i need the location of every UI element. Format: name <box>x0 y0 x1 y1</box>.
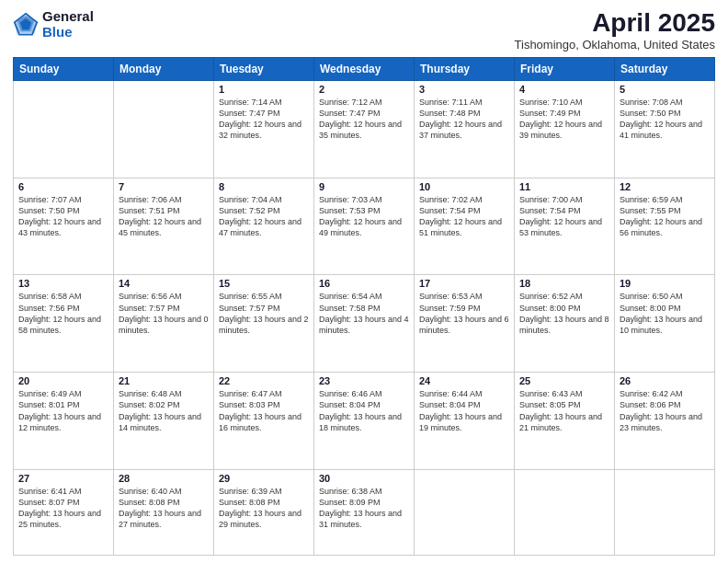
day-number: 19 <box>620 278 710 289</box>
day-info: Sunrise: 7:14 AM Sunset: 7:47 PM Dayligh… <box>219 97 309 142</box>
day-info: Sunrise: 6:52 AM Sunset: 8:00 PM Dayligh… <box>519 291 609 336</box>
calendar-cell: 21Sunrise: 6:48 AM Sunset: 8:02 PM Dayli… <box>114 373 214 470</box>
calendar-cell: 4Sunrise: 7:10 AM Sunset: 7:49 PM Daylig… <box>515 80 615 178</box>
day-info: Sunrise: 7:00 AM Sunset: 7:54 PM Dayligh… <box>519 194 609 239</box>
title-area: April 2025 Tishomingo, Oklahoma, United … <box>515 9 715 52</box>
day-info: Sunrise: 7:12 AM Sunset: 7:47 PM Dayligh… <box>319 97 409 142</box>
calendar-cell: 29Sunrise: 6:39 AM Sunset: 8:08 PM Dayli… <box>214 470 314 556</box>
day-info: Sunrise: 6:42 AM Sunset: 8:06 PM Dayligh… <box>620 388 710 433</box>
day-info: Sunrise: 6:44 AM Sunset: 8:04 PM Dayligh… <box>419 388 509 433</box>
location: Tishomingo, Oklahoma, United States <box>515 38 715 52</box>
day-number: 14 <box>119 278 209 289</box>
day-info: Sunrise: 6:40 AM Sunset: 8:08 PM Dayligh… <box>119 486 209 531</box>
day-info: Sunrise: 6:54 AM Sunset: 7:58 PM Dayligh… <box>319 291 409 336</box>
calendar-cell: 18Sunrise: 6:52 AM Sunset: 8:00 PM Dayli… <box>515 275 615 373</box>
calendar-cell: 26Sunrise: 6:42 AM Sunset: 8:06 PM Dayli… <box>615 373 715 470</box>
calendar-cell: 24Sunrise: 6:44 AM Sunset: 8:04 PM Dayli… <box>415 373 515 470</box>
day-number: 21 <box>119 375 209 386</box>
calendar-cell <box>515 470 615 556</box>
calendar-cell: 7Sunrise: 7:06 AM Sunset: 7:51 PM Daylig… <box>114 178 214 275</box>
day-info: Sunrise: 6:50 AM Sunset: 8:00 PM Dayligh… <box>620 291 710 336</box>
logo-general-text: General <box>42 9 94 25</box>
day-info: Sunrise: 7:04 AM Sunset: 7:52 PM Dayligh… <box>219 194 309 239</box>
day-number: 2 <box>319 84 409 95</box>
day-number: 30 <box>319 473 409 484</box>
day-number: 18 <box>519 278 609 289</box>
calendar-cell: 9Sunrise: 7:03 AM Sunset: 7:53 PM Daylig… <box>314 178 415 275</box>
day-number: 22 <box>219 375 309 386</box>
week-row-1: 1Sunrise: 7:14 AM Sunset: 7:47 PM Daylig… <box>14 80 715 178</box>
logo-text: General Blue <box>42 9 94 40</box>
weekday-header-monday: Monday <box>114 57 214 80</box>
day-number: 13 <box>18 278 108 289</box>
day-info: Sunrise: 6:38 AM Sunset: 8:09 PM Dayligh… <box>319 486 409 531</box>
day-number: 4 <box>519 84 609 95</box>
week-row-4: 20Sunrise: 6:49 AM Sunset: 8:01 PM Dayli… <box>14 373 715 470</box>
day-number: 1 <box>219 84 309 95</box>
day-info: Sunrise: 7:08 AM Sunset: 7:50 PM Dayligh… <box>620 97 710 142</box>
day-number: 9 <box>319 181 409 192</box>
calendar-cell <box>615 470 715 556</box>
calendar-cell: 6Sunrise: 7:07 AM Sunset: 7:50 PM Daylig… <box>14 178 114 275</box>
day-info: Sunrise: 6:48 AM Sunset: 8:02 PM Dayligh… <box>119 388 209 433</box>
weekday-header-row: SundayMondayTuesdayWednesdayThursdayFrid… <box>14 57 715 80</box>
day-number: 12 <box>620 181 710 192</box>
calendar-cell: 15Sunrise: 6:55 AM Sunset: 7:57 PM Dayli… <box>214 275 314 373</box>
weekday-header-saturday: Saturday <box>615 57 715 80</box>
month-title: April 2025 <box>515 9 715 38</box>
logo: General Blue <box>13 9 94 40</box>
page: General Blue April 2025 Tishomingo, Okla… <box>0 0 728 563</box>
calendar-cell <box>415 470 515 556</box>
day-number: 23 <box>319 375 409 386</box>
day-number: 29 <box>219 473 309 484</box>
day-info: Sunrise: 6:53 AM Sunset: 7:59 PM Dayligh… <box>419 291 509 336</box>
calendar-cell: 8Sunrise: 7:04 AM Sunset: 7:52 PM Daylig… <box>214 178 314 275</box>
calendar-cell: 19Sunrise: 6:50 AM Sunset: 8:00 PM Dayli… <box>615 275 715 373</box>
weekday-header-thursday: Thursday <box>415 57 515 80</box>
calendar-cell: 20Sunrise: 6:49 AM Sunset: 8:01 PM Dayli… <box>14 373 114 470</box>
calendar-cell <box>114 80 214 178</box>
calendar-cell <box>14 80 114 178</box>
day-info: Sunrise: 7:02 AM Sunset: 7:54 PM Dayligh… <box>419 194 509 239</box>
day-number: 24 <box>419 375 509 386</box>
calendar-cell: 28Sunrise: 6:40 AM Sunset: 8:08 PM Dayli… <box>114 470 214 556</box>
calendar-cell: 2Sunrise: 7:12 AM Sunset: 7:47 PM Daylig… <box>314 80 415 178</box>
day-info: Sunrise: 6:46 AM Sunset: 8:04 PM Dayligh… <box>319 388 409 433</box>
calendar-cell: 5Sunrise: 7:08 AM Sunset: 7:50 PM Daylig… <box>615 80 715 178</box>
day-number: 20 <box>18 375 108 386</box>
day-number: 8 <box>219 181 309 192</box>
calendar: SundayMondayTuesdayWednesdayThursdayFrid… <box>13 57 715 556</box>
day-info: Sunrise: 7:07 AM Sunset: 7:50 PM Dayligh… <box>18 194 108 239</box>
day-info: Sunrise: 6:55 AM Sunset: 7:57 PM Dayligh… <box>219 291 309 336</box>
week-row-2: 6Sunrise: 7:07 AM Sunset: 7:50 PM Daylig… <box>14 178 715 275</box>
day-number: 10 <box>419 181 509 192</box>
header: General Blue April 2025 Tishomingo, Okla… <box>13 9 715 52</box>
day-number: 17 <box>419 278 509 289</box>
weekday-header-tuesday: Tuesday <box>214 57 314 80</box>
day-number: 7 <box>119 181 209 192</box>
day-number: 28 <box>119 473 209 484</box>
day-number: 5 <box>620 84 710 95</box>
day-info: Sunrise: 6:59 AM Sunset: 7:55 PM Dayligh… <box>620 194 710 239</box>
day-number: 26 <box>620 375 710 386</box>
week-row-3: 13Sunrise: 6:58 AM Sunset: 7:56 PM Dayli… <box>14 275 715 373</box>
calendar-cell: 1Sunrise: 7:14 AM Sunset: 7:47 PM Daylig… <box>214 80 314 178</box>
day-info: Sunrise: 6:41 AM Sunset: 8:07 PM Dayligh… <box>18 486 108 531</box>
day-info: Sunrise: 7:03 AM Sunset: 7:53 PM Dayligh… <box>319 194 409 239</box>
day-number: 11 <box>519 181 609 192</box>
calendar-cell: 17Sunrise: 6:53 AM Sunset: 7:59 PM Dayli… <box>415 275 515 373</box>
calendar-cell: 10Sunrise: 7:02 AM Sunset: 7:54 PM Dayli… <box>415 178 515 275</box>
calendar-cell: 27Sunrise: 6:41 AM Sunset: 8:07 PM Dayli… <box>14 470 114 556</box>
logo-icon <box>13 12 39 38</box>
day-number: 25 <box>519 375 609 386</box>
day-info: Sunrise: 6:47 AM Sunset: 8:03 PM Dayligh… <box>219 388 309 433</box>
calendar-cell: 12Sunrise: 6:59 AM Sunset: 7:55 PM Dayli… <box>615 178 715 275</box>
calendar-cell: 23Sunrise: 6:46 AM Sunset: 8:04 PM Dayli… <box>314 373 415 470</box>
day-number: 6 <box>18 181 108 192</box>
day-info: Sunrise: 6:58 AM Sunset: 7:56 PM Dayligh… <box>18 291 108 336</box>
weekday-header-sunday: Sunday <box>14 57 114 80</box>
weekday-header-friday: Friday <box>515 57 615 80</box>
day-info: Sunrise: 7:11 AM Sunset: 7:48 PM Dayligh… <box>419 97 509 142</box>
day-number: 16 <box>319 278 409 289</box>
logo-blue-text: Blue <box>42 25 94 40</box>
